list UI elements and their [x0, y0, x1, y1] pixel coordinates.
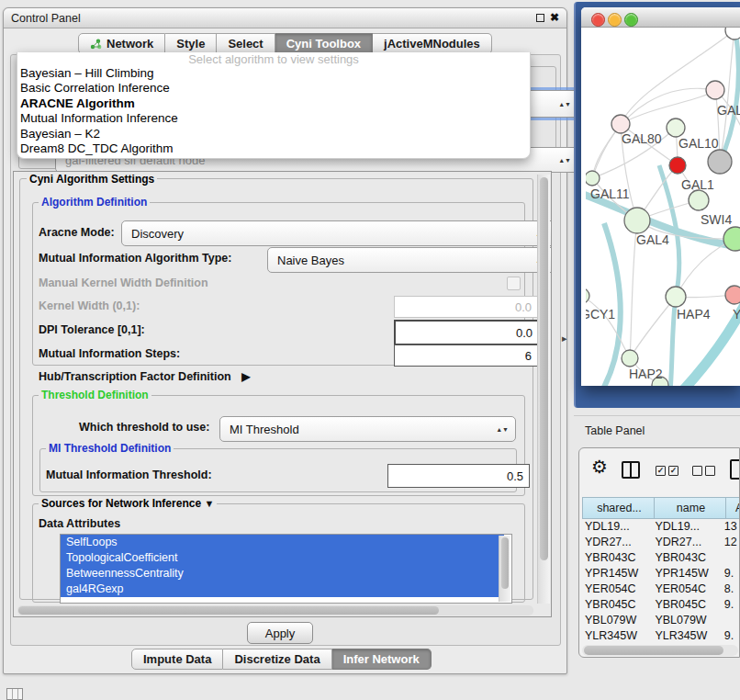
tab-cyni-toolbox[interactable]: Cyni Toolbox	[275, 33, 373, 54]
network-edge[interactable]	[621, 90, 715, 124]
algorithm-options-list: Bayesian – Hill ClimbingBasic Correlatio…	[17, 66, 530, 156]
deselect-checkbox-icon[interactable]	[692, 466, 702, 476]
data-attributes-label: Data Attributes	[39, 517, 120, 530]
document-icon[interactable]	[730, 459, 740, 480]
network-node[interactable]	[708, 150, 732, 174]
table-row[interactable]: YBL079WYBL079W	[582, 612, 739, 627]
network-node[interactable]	[669, 157, 686, 174]
deselect-checkbox-icon-2[interactable]	[705, 466, 715, 476]
table-cell: YBR043C	[652, 551, 722, 564]
attribute-list-item[interactable]: gal4RGexp	[61, 581, 504, 597]
attribute-list-item[interactable]: BetweennessCentrality	[61, 566, 504, 581]
data-attributes-list: SelfLoopsTopologicalCoefficientBetweenne…	[60, 534, 512, 604]
table-cell: YBR043C	[582, 551, 652, 564]
minimized-panel-icon[interactable]	[6, 688, 23, 700]
attribute-list-item[interactable]: SelfLoops	[61, 535, 504, 550]
mi-type-combo[interactable]: Naive Bayes ▲▼	[267, 247, 552, 273]
table-row[interactable]: YER054CYER054C8.	[582, 581, 739, 596]
attribute-list-item[interactable]: TopologicalCoefficient	[61, 550, 504, 566]
network-node[interactable]	[725, 286, 740, 304]
network-edge[interactable]	[586, 296, 630, 358]
table-row[interactable]: YPR145WYPR145W9.	[582, 565, 739, 581]
select-all-checkbox-icon-2[interactable]: ✓	[668, 466, 678, 476]
aracne-mode-combo[interactable]: Discovery ▲▼	[121, 220, 552, 246]
traffic-light-minimize[interactable]	[608, 13, 622, 27]
attribute-list-scrollbar[interactable]	[499, 536, 510, 602]
sources-group-title[interactable]: Sources for Network Inference ▼	[39, 497, 217, 510]
tab-jactivemnodules[interactable]: jActiveMNodules	[373, 33, 492, 54]
network-window-titlebar[interactable]	[581, 7, 740, 28]
tab-network[interactable]: Network	[78, 33, 165, 54]
kernel-width-field[interactable]: 0.0	[394, 296, 538, 318]
mi-threshold-group-title: MI Threshold Definition	[46, 442, 174, 455]
tab-select[interactable]: Select	[217, 33, 275, 54]
table-row[interactable]: YBR043CYBR043C	[582, 549, 739, 565]
settings-vertical-scrollbar[interactable]	[537, 175, 550, 604]
hub-definition-toggle[interactable]: Hub/Transcription Factor Definition ▶	[39, 370, 250, 383]
table-cell: 12	[723, 536, 739, 548]
network-edge[interactable]	[630, 297, 676, 358]
network-node[interactable]	[689, 190, 709, 210]
network-node[interactable]	[624, 208, 650, 233]
select-all-checkbox-icon[interactable]: ✓	[656, 466, 666, 476]
algorithm-option[interactable]: Basic Correlation Inference	[17, 81, 530, 96]
network-edge[interactable]	[590, 223, 621, 386]
algorithm-definition-title: Algorithm Definition	[39, 196, 150, 209]
tab-discretize-data[interactable]: Discretize Data	[223, 649, 331, 670]
tab-label: Discretize Data	[234, 652, 320, 666]
which-threshold-label: Which threshold to use:	[79, 421, 209, 434]
tab-impute-data[interactable]: Impute Data	[131, 649, 223, 670]
table-horizontal-scrollbar[interactable]	[582, 645, 738, 656]
algorithm-option[interactable]: Bayesian – Hill Climbing	[17, 66, 530, 81]
manual-kernel-checkbox[interactable]	[507, 277, 521, 290]
table-row[interactable]: YLR345WYLR345W9.	[582, 627, 739, 643]
mi-threshold-field[interactable]: 0.5	[387, 464, 530, 488]
application-screen: Control Panel ✖ NetworkStyleSelectCyni T…	[0, 0, 740, 700]
algorithm-option[interactable]: ARACNE Algorithm	[17, 96, 530, 111]
column-header-name[interactable]: name	[654, 497, 728, 519]
network-node[interactable]	[667, 119, 685, 137]
network-node[interactable]	[706, 81, 724, 99]
algorithm-option[interactable]: Mutual Information Inference	[17, 111, 530, 126]
table-cell: YPR145W	[582, 567, 652, 580]
network-node[interactable]	[622, 350, 638, 367]
apply-button[interactable]: Apply	[247, 622, 313, 644]
traffic-light-zoom[interactable]	[624, 13, 638, 27]
mi-steps-field[interactable]: 6	[394, 344, 538, 367]
network-canvas[interactable]: GALGAL80GAL10GAL1GAL11SWI4GAL4GCY1HAP4YH…	[586, 28, 740, 386]
mi-type-label: Mutual Information Algorithm Type:	[39, 252, 231, 265]
tab-style[interactable]: Style	[165, 33, 217, 54]
algorithm-option[interactable]: Dream8 DC_TDC Algorithm	[17, 141, 530, 156]
which-threshold-combo[interactable]: MI Threshold ▲▼	[219, 416, 516, 442]
network-node[interactable]	[666, 287, 686, 307]
algorithm-option[interactable]: Bayesian – K2	[17, 127, 530, 141]
float-window-icon[interactable]	[536, 14, 544, 22]
threshold-definition-title: Threshold Definition	[39, 389, 151, 401]
network-node[interactable]	[611, 115, 630, 133]
combo-stepper-icon: ▲▼	[496, 427, 509, 432]
cyni-settings-panel: Cyni Algorithm Settings Algorithm Defini…	[13, 171, 552, 617]
control-panel-titlebar[interactable]: Control Panel ✖	[4, 8, 566, 28]
table-row[interactable]: YDL19...YDL19...13	[582, 518, 739, 534]
mi-type-value: Naive Bayes	[277, 254, 344, 267]
tab-label: jActiveMNodules	[384, 37, 480, 51]
tab-label: Style	[176, 37, 205, 51]
table-cell: YER054C	[652, 582, 722, 595]
network-node-label: GCY1	[586, 307, 615, 322]
table-row[interactable]: YDR27...YDR27...12	[582, 534, 739, 549]
manual-kernel-label: Manual Kernel Width Definition	[39, 277, 208, 289]
settings-horizontal-scrollbar[interactable]	[17, 605, 533, 615]
table-row[interactable]: YBR045CYBR045C9.	[582, 596, 739, 612]
dpi-tolerance-field[interactable]: 0.0	[394, 320, 540, 345]
column-header-shared[interactable]: shared...	[582, 497, 656, 519]
network-node[interactable]	[586, 171, 600, 186]
tab-infer-network[interactable]: Infer Network	[332, 649, 432, 670]
settings-gear-icon[interactable]: ⚙	[591, 457, 608, 476]
traffic-light-close[interactable]	[591, 13, 605, 27]
network-edge[interactable]	[668, 297, 676, 386]
dpi-tolerance-label: DPI Tolerance [0,1]:	[39, 323, 145, 336]
column-header-clipped[interactable]: A	[725, 497, 740, 519]
close-icon[interactable]: ✖	[550, 11, 559, 24]
split-columns-icon[interactable]	[622, 461, 640, 479]
network-node[interactable]	[725, 28, 740, 40]
